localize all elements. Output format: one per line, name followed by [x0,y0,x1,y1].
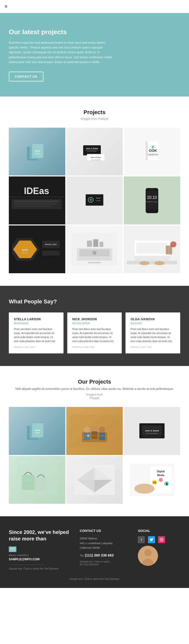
testimonial-card-2: NICK JHONSON DEVELOPER Proin sed libero … [67,312,122,353]
svg-text:Brand: Brand [96,197,100,199]
project-image-8[interactable]: desk workspace [66,225,123,273]
footer-sample-text-2: Sample text. Click to select the Text El… [80,560,130,566]
testimonial-text-2: Proin sed libero enim sed faucibus turpi… [72,327,117,343]
svg-rect-54 [136,243,168,254]
testimonial-card-1: STELLA LARSON MANAGER Proin sed libero e… [9,312,64,353]
svg-text:John A. Brand: John A. Brand [145,430,159,432]
svg-rect-79 [143,436,161,437]
svg-text:🎮: 🎮 [153,481,156,484]
testimonial-text-1: Proin sed libero enim sed faucibus turpi… [14,327,58,343]
svg-text:MARK: MARK [22,249,28,251]
projects-title: Projects [9,109,180,116]
our-project-image-2[interactable] [66,407,123,455]
svg-text:IDEas: IDEas [24,186,49,196]
social-icon-twitter[interactable] [148,536,155,543]
social-icon-instagram[interactable] [158,536,165,543]
svg-point-57 [154,261,165,265]
project-image-9[interactable] [124,225,180,273]
testimonial-date-2: MONDAY, JUNE 2022 [72,346,117,348]
footer-grid: Since 2002, we've helped raise more than… [9,529,180,570]
footer-social-title: SOCIAL [138,529,180,533]
footer-col-1: Since 2002, we've helped raise more than… [9,529,72,570]
svg-rect-20 [14,203,57,205]
svg-text:10:10: 10:10 [147,195,157,200]
svg-rect-13 [146,142,148,160]
project-image-5[interactable]: Brand Designer [66,176,123,224]
svg-rect-41 [42,251,60,256]
footer-sample-text-1: Sample text. Click to select the Text El… [9,567,72,570]
our-project-image-6[interactable]: Digital Media 🎮 📱 [124,456,180,504]
svg-text:Lovers: Lovers [35,153,40,154]
our-project-image-3[interactable]: John A. Brand Senior Developer [124,407,180,455]
projects-subtitle: Images from Freepik [9,117,180,121]
testimonial-name-1: STELLA LARSON [14,317,58,321]
contact-us-button[interactable]: CONTACT US [9,72,43,81]
svg-point-104 [144,549,151,556]
svg-rect-30 [147,191,157,209]
svg-text:📱: 📱 [165,482,168,485]
testimonial-name-2: NICK JHONSON [72,317,117,321]
svg-text:Media: Media [157,474,165,477]
footer-email-value: SAMPLE@INFO.COM [9,558,72,561]
svg-rect-19 [14,200,59,202]
testimonial-role-1: MANAGER [14,322,58,325]
svg-text:John A. Brand: John A. Brand [86,148,98,149]
footer-address: 25000 Walnut, Hill Ln undefined Lafayett… [80,536,130,550]
project-image-1[interactable]: Book Lovers [9,128,65,175]
hero-description: Business expertise and dedicated teams t… [9,40,115,65]
social-icon-facebook[interactable]: f [138,536,145,543]
social-icons-row: f [138,536,180,543]
svg-text:John A. Brand: John A. Brand [91,157,101,158]
svg-text:desk workspace: desk workspace [88,262,101,264]
svg-point-56 [139,261,149,265]
svg-text:Hardcover: Hardcover [148,153,159,156]
our-project-image-5[interactable] [66,456,123,504]
project-image-3[interactable]: B OOK Hardcover [124,128,180,175]
project-image-4[interactable]: IDEas [9,176,65,224]
svg-point-71 [99,427,105,433]
svg-rect-6 [86,150,98,150]
hero-title: Our latest projects [9,28,180,36]
svg-rect-21 [14,205,52,207]
svg-text:DESIGN: DESIGN [22,252,28,253]
svg-text:OOK: OOK [149,149,157,153]
svg-point-46 [92,251,97,255]
footer-email-icon [9,546,16,552]
footer-contact-title: CONTACT US [80,529,130,533]
testimonials-grid: STELLA LARSON MANAGER Proin sed libero e… [9,312,180,353]
projects-grid: Book Lovers John A. Brand Senior Develop… [9,128,180,273]
svg-rect-47 [87,241,92,247]
projects-section: Projects Images from Freepik Book Lovers [0,97,189,286]
svg-rect-83 [24,480,32,480]
testimonial-role-2: DEVELOPER [72,322,117,325]
testimonials-title: What People Say? [9,298,180,305]
svg-point-102 [162,539,163,539]
footer-tel: (111) 360 336 663 [85,553,114,557]
svg-rect-82 [35,477,47,491]
svg-rect-55 [127,261,177,264]
svg-point-95 [159,478,163,482]
footer-avatar [138,546,158,566]
our-projects-section: Our Projects Velit aliquet sagittis id c… [0,366,189,516]
hero-section: Our latest projects Business expertise a… [0,13,189,97]
our-projects-images-from: Images from Freepik [9,393,180,400]
svg-rect-49 [100,242,103,247]
svg-text:Digital: Digital [157,470,165,473]
svg-point-26 [89,199,92,201]
our-projects-grid: Book Lovers [9,407,180,504]
our-project-image-4[interactable] [9,456,65,504]
testimonial-date-3: MONDAY, MAY 2022 [131,346,175,348]
project-image-2[interactable]: John A. Brand Senior Developer John A. B… [66,128,123,175]
footer-bottom-sample: Sample text. Click to select the Text El… [9,575,180,580]
our-project-image-1[interactable]: Book Lovers [9,407,65,455]
project-image-7[interactable]: MARK DESIGN BRAND CARD [9,225,65,273]
svg-text:SATURDAY, JUNE 4: SATURDAY, JUNE 4 [145,201,159,203]
testimonial-date-1: MONDAY, MAY 2022 [14,346,58,348]
svg-point-74 [87,434,89,437]
svg-text:Senior Developer: Senior Developer [146,433,158,434]
hamburger-icon[interactable]: ≡ [5,4,8,9]
project-image-6[interactable]: 10:10 SATURDAY, JUNE 4 [124,176,180,224]
testimonial-text-3: Proin sed libero enim sed faucibus turpi… [131,327,175,343]
testimonial-name-3: OLGA IVANOVA [131,317,175,321]
footer: Since 2002, we've helped raise more than… [0,516,189,588]
